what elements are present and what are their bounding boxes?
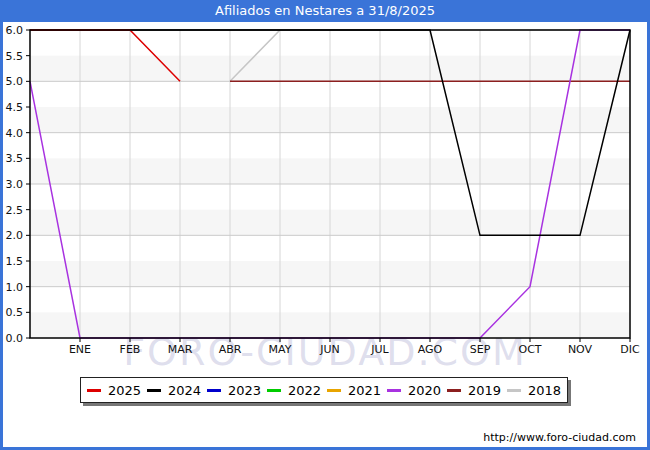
y-axis-label: 2.5 bbox=[6, 204, 24, 217]
y-axis-label: 4.5 bbox=[6, 101, 24, 114]
y-axis-label: 3.0 bbox=[6, 178, 24, 191]
legend-swatch-icon bbox=[447, 389, 461, 392]
x-axis-label: DIC bbox=[620, 343, 640, 356]
legend-year-label: 2019 bbox=[468, 383, 501, 398]
legend-item-2024: 2024 bbox=[147, 383, 201, 398]
legend-item-2023: 2023 bbox=[207, 383, 261, 398]
legend-item-2018: 2018 bbox=[507, 383, 561, 398]
legend-year-label: 2022 bbox=[288, 383, 321, 398]
legend-swatch-icon bbox=[87, 389, 101, 392]
x-axis-label: MAY bbox=[269, 343, 292, 356]
x-axis-label: NOV bbox=[568, 343, 593, 356]
legend-item-2019: 2019 bbox=[447, 383, 501, 398]
y-axis-label: 0.0 bbox=[6, 332, 24, 345]
y-axis-label: 2.0 bbox=[6, 229, 24, 242]
legend-year-label: 2020 bbox=[408, 383, 441, 398]
legend-swatch-icon bbox=[147, 389, 161, 392]
legend-year-label: 2021 bbox=[348, 383, 381, 398]
y-axis-label: 5.5 bbox=[6, 50, 24, 63]
x-axis-label: ABR bbox=[219, 343, 242, 356]
y-axis-label: 3.5 bbox=[6, 152, 24, 165]
footer-url-link[interactable]: http://www.foro-ciudad.com bbox=[483, 431, 636, 444]
legend-year-label: 2024 bbox=[168, 383, 201, 398]
legend-year-label: 2023 bbox=[228, 383, 261, 398]
x-axis-label: AGO bbox=[418, 343, 443, 356]
legend-item-2025: 2025 bbox=[87, 383, 141, 398]
legend-swatch-icon bbox=[267, 389, 281, 392]
chart-legend: 20252024202320222021202020192018 bbox=[80, 377, 568, 403]
x-axis-label: OCT bbox=[518, 343, 541, 356]
y-axis-label: 6.0 bbox=[6, 24, 24, 37]
y-axis-label: 1.0 bbox=[6, 281, 24, 294]
legend-swatch-icon bbox=[207, 389, 221, 392]
legend-year-label: 2025 bbox=[108, 383, 141, 398]
x-axis-label: JUN bbox=[319, 343, 340, 356]
y-axis-label: 5.0 bbox=[6, 75, 24, 88]
legend-swatch-icon bbox=[327, 389, 341, 392]
x-axis-label: JUL bbox=[370, 343, 389, 356]
legend-year-label: 2018 bbox=[528, 383, 561, 398]
legend-item-2022: 2022 bbox=[267, 383, 321, 398]
legend-item-2021: 2021 bbox=[327, 383, 381, 398]
legend-swatch-icon bbox=[507, 389, 521, 392]
x-axis-label: SEP bbox=[470, 343, 491, 356]
y-axis-label: 0.5 bbox=[6, 306, 24, 319]
x-axis-label: MAR bbox=[168, 343, 193, 356]
x-axis-label: ENE bbox=[69, 343, 91, 356]
legend-item-2020: 2020 bbox=[387, 383, 441, 398]
y-axis-label: 4.0 bbox=[6, 127, 24, 140]
legend-swatch-icon bbox=[387, 389, 401, 392]
page: Afiliados en Nestares a 31/8/2025 FORO-C… bbox=[0, 0, 650, 450]
x-axis-label: FEB bbox=[120, 343, 141, 356]
y-axis-label: 1.5 bbox=[6, 255, 24, 268]
